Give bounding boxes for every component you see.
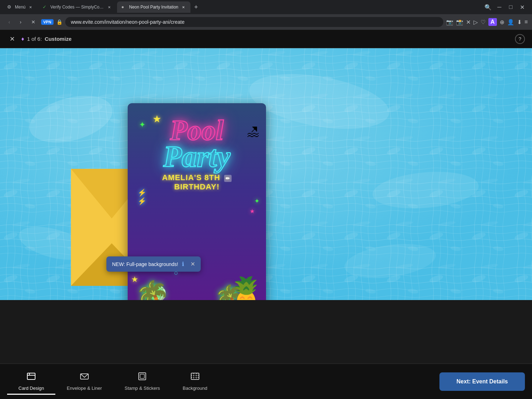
background-label: Background bbox=[183, 386, 207, 391]
background-icon bbox=[190, 371, 200, 383]
star-pink-right-icon: ★ bbox=[250, 208, 255, 215]
tab-menu-close[interactable]: ✕ bbox=[28, 4, 33, 10]
stop-reload-button[interactable]: ✕ bbox=[28, 17, 38, 27]
play-icon[interactable]: ▷ bbox=[473, 19, 478, 26]
step-label: Customize bbox=[45, 36, 72, 42]
tab-bar: ⚙ Menú ✕ ✓ Verify Codes — SimplyCod… ✕ ●… bbox=[0, 0, 532, 14]
step-number: 1 of 6: bbox=[27, 36, 42, 42]
toast-message: NEW: Full-page backgrounds! bbox=[112, 261, 178, 267]
toolbar-card-design[interactable]: Card Design bbox=[7, 368, 55, 395]
toolbar-envelope-liner[interactable]: Envelope & Liner bbox=[55, 368, 113, 395]
back-button[interactable]: ‹ bbox=[4, 17, 14, 27]
extensions-icon[interactable]: ⊕ bbox=[500, 19, 504, 26]
minimize-icon[interactable]: ─ bbox=[495, 4, 504, 10]
download-icon[interactable]: ⬇ bbox=[517, 19, 522, 26]
card-pool-word: Pool bbox=[131, 117, 262, 143]
close-window-icon[interactable]: ✕ bbox=[518, 4, 526, 11]
close-app-button[interactable]: ✕ bbox=[7, 34, 17, 44]
vpn-badge[interactable]: VPN bbox=[41, 19, 54, 25]
tab-evite-title: Neon Pool Party Invitation bbox=[129, 5, 178, 10]
lightning-icon: ⚡⚡ bbox=[138, 188, 146, 205]
nav-bar: ‹ › ✕ VPN 🔒 www.evite.com/invitation/neo… bbox=[0, 14, 532, 30]
lock-icon: 🔒 bbox=[56, 19, 62, 25]
envelope-liner-icon bbox=[79, 371, 89, 383]
tab-menu[interactable]: ⚙ Menú ✕ bbox=[3, 1, 38, 13]
svg-rect-17 bbox=[191, 373, 199, 379]
edit-birthday-icon[interactable]: ✏ bbox=[224, 175, 232, 182]
card-design-label: Card Design bbox=[18, 386, 44, 391]
tab-evite[interactable]: ● Neon Pool Party Invitation ✕ bbox=[117, 1, 190, 13]
tab-verify-title: Verify Codes — SimplyCod… bbox=[50, 5, 104, 10]
pineapple-icon: 🍍 bbox=[226, 275, 266, 300]
card-subtitle: AMELIA'S 8TH ✏ BIRTHDAY! bbox=[162, 173, 232, 192]
browser-window-controls: 🔍 ─ □ ✕ bbox=[481, 4, 529, 11]
tab-evite-icon: ● bbox=[121, 4, 127, 10]
card-birthday-name: AMELIA'S 8TH ✏ bbox=[162, 173, 232, 182]
tab-verify[interactable]: ✓ Verify Codes — SimplyCod… ✕ bbox=[38, 1, 116, 13]
tab-menu-title: Menú bbox=[15, 5, 26, 10]
svg-rect-15 bbox=[139, 373, 146, 380]
search-icon[interactable]: 🔍 bbox=[484, 4, 492, 11]
bottom-toolbar: Card Design Envelope & Liner Stamp & Sti… bbox=[0, 364, 532, 399]
camera-icon[interactable]: 📸 bbox=[456, 19, 463, 26]
toast-close-button[interactable]: ✕ bbox=[190, 261, 195, 267]
step-info: ♦ 1 of 6: Customize bbox=[21, 36, 72, 42]
step-diamond-icon: ♦ bbox=[21, 36, 24, 42]
stamp-stickers-label: Stamp & Stickers bbox=[124, 386, 160, 391]
font-icon[interactable]: A bbox=[488, 18, 497, 26]
app-header: ✕ ♦ 1 of 6: Customize ? bbox=[0, 30, 532, 48]
stamp-stickers-icon bbox=[137, 371, 147, 383]
heart-icon[interactable]: ♡ bbox=[481, 19, 486, 26]
url-text: www.evite.com/invitation/neon-pool-party… bbox=[71, 19, 185, 25]
tab-add-button[interactable]: + bbox=[191, 2, 201, 12]
card-party-word: Party bbox=[131, 143, 262, 170]
notification-toast: NEW: Full-page backgrounds! ℹ ✕ bbox=[106, 256, 201, 272]
browser-chrome: ⚙ Menú ✕ ✓ Verify Codes — SimplyCod… ✕ ●… bbox=[0, 0, 532, 30]
canvas-area: ★ ✦ 🏖 ⚡⚡ ✦ ★ Pool Party AMELIA'S 8TH ✏ B… bbox=[0, 48, 532, 300]
envelope-liner-label: Envelope & Liner bbox=[67, 386, 102, 391]
forward-button[interactable]: › bbox=[16, 17, 26, 27]
profile-icon[interactable]: 👤 bbox=[507, 19, 514, 26]
menu-icon[interactable]: ≡ bbox=[525, 19, 528, 25]
next-button[interactable]: Next: Event Details bbox=[439, 372, 525, 391]
toolbar-items: Card Design Envelope & Liner Stamp & Sti… bbox=[7, 368, 223, 395]
toast-info-icon[interactable]: ℹ bbox=[182, 261, 184, 267]
nav-arrows: ‹ › bbox=[4, 17, 26, 27]
tab-verify-close[interactable]: ✕ bbox=[106, 4, 112, 10]
tab-menu-icon: ⚙ bbox=[7, 4, 13, 10]
card-title: Pool Party bbox=[131, 117, 262, 170]
screenshot-icon[interactable]: 📷 bbox=[446, 19, 453, 26]
maximize-icon[interactable]: □ bbox=[506, 4, 515, 10]
card-design-icon bbox=[26, 371, 36, 383]
nav-actions: 📷 📸 ✕ ▷ ♡ A ⊕ 👤 ⬇ ≡ bbox=[446, 18, 528, 26]
toolbar-stamp-stickers[interactable]: Stamp & Stickers bbox=[113, 368, 171, 395]
help-button[interactable]: ? bbox=[515, 34, 525, 44]
svg-rect-16 bbox=[140, 374, 144, 378]
toolbar-background[interactable]: Background bbox=[171, 368, 218, 395]
address-bar[interactable]: www.evite.com/invitation/neon-pool-party… bbox=[65, 17, 443, 27]
svg-rect-11 bbox=[27, 373, 35, 379]
close-tab-icon[interactable]: ✕ bbox=[466, 19, 471, 26]
tab-evite-close[interactable]: ✕ bbox=[181, 4, 186, 10]
star-green-right-icon: ✦ bbox=[254, 197, 260, 205]
tab-verify-icon: ✓ bbox=[43, 4, 48, 10]
palm-left-icon: 🌴 bbox=[135, 279, 170, 300]
card-birthday-line: BIRTHDAY! bbox=[162, 182, 232, 192]
